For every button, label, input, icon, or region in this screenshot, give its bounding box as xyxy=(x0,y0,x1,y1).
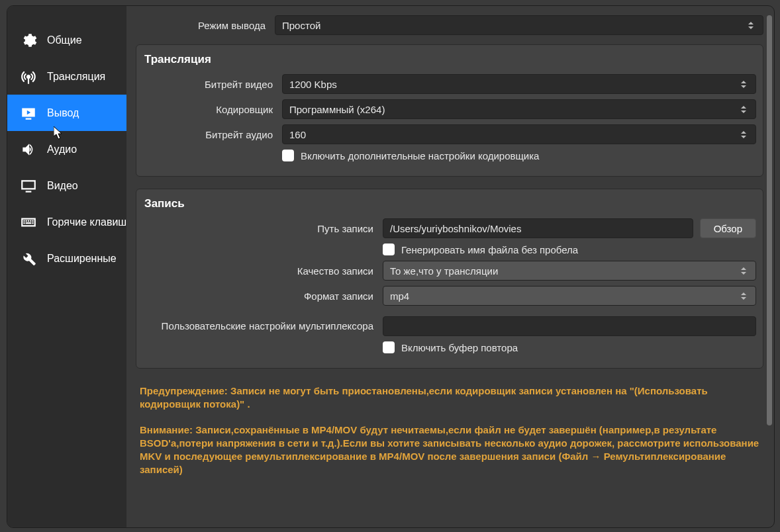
input-value: /Users/yuriyboshnikov/Movies xyxy=(390,223,521,234)
sidebar-item-label: Вывод xyxy=(47,107,79,119)
select-value: mp4 xyxy=(390,290,409,302)
sidebar-item-hotkeys[interactable]: Горячие клавиши xyxy=(7,204,126,240)
output-icon xyxy=(19,104,38,122)
output-mode-select[interactable]: Простой xyxy=(275,15,763,35)
video-bitrate-input[interactable]: 1200 Kbps xyxy=(282,74,756,94)
chevrons-icon xyxy=(738,126,749,142)
recording-path-input[interactable]: /Users/yuriyboshnikov/Movies xyxy=(383,218,693,238)
sidebar: Общие Трансляция Вывод Аудио Видео xyxy=(7,6,126,527)
muxer-settings-label: Пользовательские настройки мультиплексор… xyxy=(143,320,383,332)
sidebar-item-label: Трансляция xyxy=(47,71,105,83)
encoder-select[interactable]: Программный (x264) xyxy=(282,99,756,119)
sidebar-item-label: Горячие клавиши xyxy=(47,216,126,228)
antenna-icon xyxy=(19,67,38,86)
advanced-encoder-label: Включить дополнительные настройки кодиро… xyxy=(301,150,539,161)
muxer-settings-input[interactable] xyxy=(383,316,756,336)
output-mode-label: Режим вывода xyxy=(136,20,275,31)
replay-buffer-checkbox[interactable] xyxy=(383,341,395,353)
monitor-icon xyxy=(19,177,38,195)
filename-no-space-checkbox[interactable] xyxy=(383,244,395,255)
sidebar-item-label: Расширенные xyxy=(47,253,117,265)
spinner-arrows-icon xyxy=(738,76,749,92)
scrollbar[interactable] xyxy=(766,15,773,439)
sidebar-item-general[interactable]: Общие xyxy=(7,22,126,58)
settings-window: Общие Трансляция Вывод Аудио Видео xyxy=(7,5,775,528)
recording-quality-label: Качество записи xyxy=(143,265,383,277)
tools-icon xyxy=(19,249,38,268)
chevrons-icon xyxy=(746,17,756,33)
sidebar-item-advanced[interactable]: Расширенные xyxy=(7,240,126,277)
output-mode-row: Режим вывода Простой xyxy=(136,15,763,35)
sidebar-item-audio[interactable]: Аудио xyxy=(7,131,126,167)
warnings-block: Предупреждение: Записи не могут быть при… xyxy=(136,380,763,493)
scroll-thumb[interactable] xyxy=(767,15,772,425)
content-area: Режим вывода Простой Трансляция Битрейт … xyxy=(126,6,774,527)
recording-path-label: Путь записи xyxy=(143,223,383,234)
select-value: Программный (x264) xyxy=(289,104,385,115)
sidebar-item-stream[interactable]: Трансляция xyxy=(7,58,126,95)
audio-bitrate-select[interactable]: 160 xyxy=(282,124,756,144)
warning-mp4: Внимание: Записи,сохранённые в MP4/MOV б… xyxy=(140,423,759,477)
chevrons-icon xyxy=(738,101,749,117)
sidebar-item-video[interactable]: Видео xyxy=(7,167,126,204)
sidebar-item-output[interactable]: Вывод xyxy=(7,95,126,131)
recording-format-label: Формат записи xyxy=(143,290,383,302)
speaker-icon xyxy=(19,140,38,159)
gear-icon xyxy=(19,31,38,50)
recording-format-select[interactable]: mp4 xyxy=(383,286,756,306)
filename-no-space-label: Генерировать имя файла без пробела xyxy=(401,244,578,255)
chevrons-icon xyxy=(738,288,749,304)
recording-quality-select[interactable]: То же,что у трансляции xyxy=(383,261,756,281)
video-bitrate-label: Битрейт видео xyxy=(143,79,282,90)
browse-button[interactable]: Обзор xyxy=(700,218,756,238)
advanced-encoder-checkbox[interactable] xyxy=(282,150,294,161)
chevrons-icon xyxy=(738,263,749,279)
sidebar-item-label: Видео xyxy=(47,180,78,192)
sidebar-item-label: Аудио xyxy=(47,144,77,155)
select-value: Простой xyxy=(282,20,320,31)
spin-value: 1200 Kbps xyxy=(289,79,337,90)
streaming-group: Трансляция Битрейт видео 1200 Kbps Кодир… xyxy=(136,44,763,177)
sidebar-item-label: Общие xyxy=(47,34,82,46)
keyboard-icon xyxy=(19,213,38,232)
audio-bitrate-label: Битрейт аудио xyxy=(143,129,282,140)
recording-group: Запись Путь записи /Users/yuriyboshnikov… xyxy=(136,189,763,369)
recording-group-title: Запись xyxy=(143,195,756,218)
encoder-label: Кодировщик xyxy=(143,104,282,115)
select-value: 160 xyxy=(289,129,306,140)
streaming-group-title: Трансляция xyxy=(143,50,756,74)
warning-pause: Предупреждение: Записи не могут быть при… xyxy=(140,384,759,412)
button-label: Обзор xyxy=(714,223,742,234)
select-value: То же,что у трансляции xyxy=(390,265,498,277)
replay-buffer-label: Включить буфер повтора xyxy=(401,342,518,353)
